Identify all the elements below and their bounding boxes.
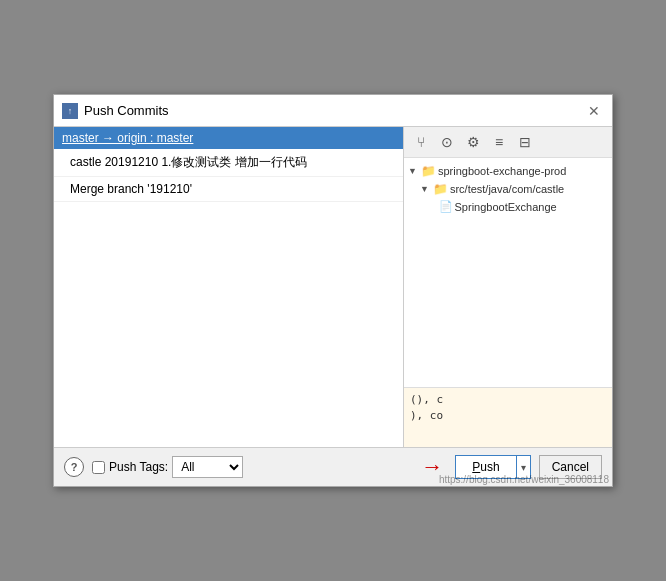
branch-icon-btn[interactable]: ⑂	[410, 131, 432, 153]
watermark: https://blog.csdn.net/weixin_36008118	[439, 474, 609, 485]
tree-arrow-root: ▼	[408, 166, 417, 176]
file-tree: ▼ 📁 springboot-exchange-prod ▼ 📁 src/tes…	[404, 158, 612, 387]
push-tags-label: Push Tags:	[109, 460, 168, 474]
dialog-icon: ↑	[62, 103, 78, 119]
tree-item-src[interactable]: ▼ 📁 src/test/java/com/castle	[404, 180, 612, 198]
dialog-body: master → origin : master castle 20191210…	[54, 127, 612, 447]
commit-icon-btn[interactable]: ⊙	[436, 131, 458, 153]
push-tags-section: Push Tags: All Current None	[92, 456, 243, 478]
tree-label-root: springboot-exchange-prod	[438, 165, 566, 177]
commit-item-1[interactable]: castle 20191210 1.修改测试类 增加一行代码	[54, 149, 403, 177]
help-button[interactable]: ?	[64, 457, 84, 477]
tree-arrow-src: ▼	[420, 184, 429, 194]
right-toolbar: ⑂ ⊙ ⚙ ≡ ⊟	[404, 127, 612, 158]
code-line-2: ), co	[410, 408, 606, 424]
code-preview: (), c ), co	[404, 387, 612, 447]
push-tags-checkbox[interactable]	[92, 461, 105, 474]
folder-icon-src: 📁	[433, 182, 448, 196]
push-tags-select[interactable]: All Current None	[172, 456, 243, 478]
title-bar: ↑ Push Commits ✕	[54, 95, 612, 127]
tree-item-file[interactable]: 📄 SpringbootExchange	[404, 198, 612, 215]
tree-label-file: SpringbootExchange	[455, 201, 557, 213]
filter-icon-btn[interactable]: ⊟	[514, 131, 536, 153]
folder-icon-root: 📁	[421, 164, 436, 178]
commit-list: master → origin : master castle 20191210…	[54, 127, 403, 447]
branch-header[interactable]: master → origin : master	[54, 127, 403, 149]
tree-item-root[interactable]: ▼ 📁 springboot-exchange-prod	[404, 162, 612, 180]
tree-label-src: src/test/java/com/castle	[450, 183, 564, 195]
title-bar-left: ↑ Push Commits	[62, 103, 169, 119]
code-line-1: (), c	[410, 392, 606, 408]
push-commits-dialog: ↑ Push Commits ✕ master → origin : maste…	[53, 94, 613, 487]
commit-item-2[interactable]: Merge branch '191210'	[54, 177, 403, 202]
sort-icon-btn[interactable]: ≡	[488, 131, 510, 153]
file-icon: 📄	[439, 200, 453, 213]
close-button[interactable]: ✕	[584, 101, 604, 121]
right-panel: ⑂ ⊙ ⚙ ≡ ⊟ ▼ 📁 springboot-exchange-prod ▼…	[404, 127, 612, 447]
gear-icon-btn[interactable]: ⚙	[462, 131, 484, 153]
dialog-title: Push Commits	[84, 103, 169, 118]
left-panel: master → origin : master castle 20191210…	[54, 127, 404, 447]
tree-arrow-file	[432, 202, 435, 212]
